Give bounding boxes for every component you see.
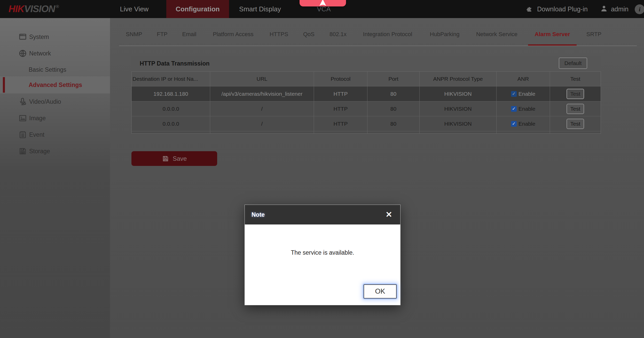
column-header-anr: ANR [497, 72, 550, 86]
column-header-url: URL [210, 72, 314, 86]
anr-enable-checkbox[interactable]: ✓ [511, 121, 517, 127]
sidebar: System Network Basic Settings Advanced S… [0, 18, 110, 338]
sidebar-item-advanced-settings[interactable]: Advanced Settings [0, 76, 110, 93]
sidebar-item-label: System [29, 34, 49, 41]
user-icon [600, 5, 608, 13]
cell-port: 80 [367, 101, 420, 116]
sidebar-item-storage[interactable]: Storage [0, 143, 110, 159]
tabs-separator [119, 46, 637, 46]
image-icon [18, 114, 27, 123]
sidebar-item-label: Network [29, 50, 51, 57]
cell-protocol: HTTP [314, 86, 367, 101]
test-button[interactable]: Test [567, 104, 584, 114]
nav-item-live-view[interactable]: Live View [111, 0, 158, 18]
section-title: HTTP Data Transmission [140, 56, 210, 71]
table-row[interactable]: 0.0.0.0 / HTTP 80 HIKVISION ✓ Enable Tes… [132, 101, 601, 116]
nav-right-cluster: Download Plug-in admin [526, 0, 629, 18]
anr-enable-label: Enable [519, 106, 535, 112]
table-header-row: Destination IP or Host Na... URL Protoco… [132, 72, 601, 86]
sidebar-item-label: Video/Audio [29, 98, 61, 105]
nav-item-smart-display[interactable]: Smart Display [234, 0, 286, 18]
tab-integration-protocol[interactable]: Integration Protocol [363, 31, 412, 38]
cell-port: 80 [367, 116, 420, 131]
cell-destination-ip: 192.168.1.180 [132, 86, 210, 101]
sidebar-item-video-audio[interactable]: Video/Audio [0, 93, 110, 110]
tab-https[interactable]: HTTPS [270, 31, 288, 38]
plugin-puzzle-icon [526, 4, 534, 14]
sidebar-item-label: Event [29, 131, 44, 138]
vca-notification-badge[interactable] [300, 0, 346, 6]
sidebar-item-event[interactable]: Event [0, 126, 110, 143]
cell-test: Test [550, 116, 601, 131]
logo-vision: VISION [24, 4, 55, 14]
ok-button[interactable]: OK [364, 284, 397, 299]
info-icon[interactable]: i [635, 4, 644, 14]
cell-destination-ip: 0.0.0.0 [132, 116, 210, 131]
tab-hubparking[interactable]: HubParking [430, 31, 460, 38]
dialog-title: Note [252, 205, 265, 224]
cell-url: /api/v3/cameras/hikvision_listener [210, 86, 314, 101]
save-button[interactable]: Save [131, 151, 217, 166]
alarm-server-table: Destination IP or Host Na... URL Protoco… [131, 71, 601, 134]
nav-item-configuration[interactable]: Configuration [166, 0, 229, 18]
default-button[interactable]: Default [559, 58, 587, 69]
anr-enable-label: Enable [519, 91, 535, 97]
cell-test: Test [550, 86, 601, 101]
tab-platform-access[interactable]: Platform Access [213, 31, 254, 38]
cell-anpr-type: HIKVISION [420, 86, 497, 101]
test-button[interactable]: Test [567, 89, 584, 99]
network-icon [18, 49, 27, 58]
active-tab-underline [528, 44, 577, 46]
hikvision-config-screen: HIKVISION® Live View Configuration Smart… [0, 0, 644, 338]
logo-hik: HIK [9, 4, 24, 14]
note-dialog-header: Note ✕ [245, 205, 400, 224]
test-button[interactable]: Test [567, 119, 584, 129]
cell-port: 80 [367, 86, 420, 101]
tab-ftp[interactable]: FTP [157, 31, 168, 38]
event-icon [18, 130, 27, 139]
cell-anr: ✓ Enable [497, 101, 550, 116]
cell-protocol: HTTP [314, 116, 367, 131]
user-name[interactable]: admin [611, 5, 629, 13]
cell-destination-ip: 0.0.0.0 [132, 101, 210, 116]
http-data-transmission-panel: HTTP Data Transmission Default Destinati… [131, 56, 601, 133]
download-plugin-link[interactable]: Download Plug-in [537, 5, 588, 13]
tab-network-service[interactable]: Network Service [476, 31, 517, 38]
save-icon [162, 155, 169, 162]
column-header-destination: Destination IP or Host Na... [132, 72, 210, 86]
cell-anpr-type: HIKVISION [420, 116, 497, 131]
table-row[interactable]: 0.0.0.0 / HTTP 80 HIKVISION ✓ Enable Tes… [132, 116, 601, 131]
anr-enable-checkbox[interactable]: ✓ [511, 106, 517, 112]
storage-icon [18, 147, 27, 156]
hikvision-logo: HIKVISION® [9, 0, 59, 18]
column-header-port: Port [367, 72, 420, 86]
tab-alarm-server[interactable]: Alarm Server [535, 31, 570, 38]
anr-enable-checkbox[interactable]: ✓ [511, 91, 517, 97]
anr-enable-label: Enable [519, 121, 535, 127]
cell-protocol: HTTP [314, 101, 367, 116]
tab-8021x[interactable]: 802.1x [329, 31, 347, 38]
table-partial-row [132, 131, 601, 133]
close-icon[interactable]: ✕ [384, 210, 394, 220]
sidebar-item-image[interactable]: Image [0, 110, 110, 126]
sidebar-item-basic-settings[interactable]: Basic Settings [0, 61, 110, 78]
tab-srtp[interactable]: SRTP [586, 31, 601, 38]
cell-anr: ✓ Enable [497, 86, 550, 101]
table-row[interactable]: 192.168.1.180 /api/v3/cameras/hikvision_… [132, 86, 601, 101]
system-icon [18, 32, 27, 42]
sidebar-item-system[interactable]: System [0, 29, 110, 45]
tab-email[interactable]: Email [182, 31, 196, 38]
sidebar-item-label: Advanced Settings [29, 82, 82, 88]
column-header-protocol: Protocol [314, 72, 367, 86]
tab-qos[interactable]: QoS [303, 31, 315, 38]
column-header-test: Test [550, 72, 601, 86]
cell-anpr-type: HIKVISION [420, 101, 497, 116]
tab-snmp[interactable]: SNMP [126, 31, 142, 38]
cell-anr: ✓ Enable [497, 116, 550, 131]
sidebar-item-label: Image [29, 115, 46, 122]
sidebar-item-network[interactable]: Network [0, 45, 110, 62]
column-header-anpr-type: ANPR Protocol Type [420, 72, 497, 86]
arrow-up-icon [319, 0, 327, 6]
note-dialog: Note ✕ The service is available. OK [245, 205, 400, 305]
sidebar-item-label: Basic Settings [29, 66, 66, 73]
